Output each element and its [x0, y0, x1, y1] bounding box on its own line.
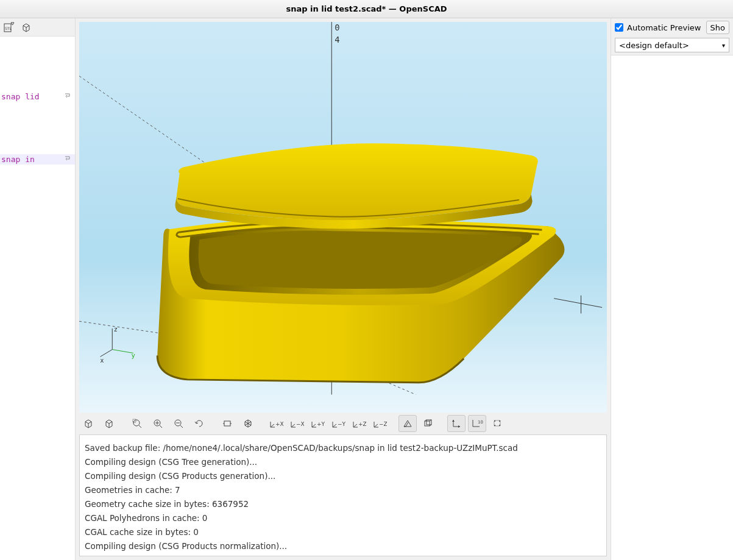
svg-line-36 — [291, 424, 295, 427]
axis-nz-icon[interactable]: −Z — [370, 415, 389, 432]
console-line: CGAL cache size in bytes: 0 — [85, 525, 601, 539]
wrap-indicator-icon — [64, 92, 71, 99]
button-label: Sho — [710, 23, 725, 32]
wrap-indicator-icon — [64, 155, 71, 162]
svg-line-25 — [180, 425, 183, 428]
svg-rect-54 — [425, 421, 430, 426]
svg-text:10: 10 — [478, 420, 483, 425]
svg-point-17 — [133, 420, 140, 426]
customizer-panel: Automatic Preview Sho <design default> ▾ — [611, 18, 733, 560]
window-title: snap in lid test2.scad* — OpenSCAD — [286, 4, 447, 13]
editor-panel: STL snap lid snap in — [0, 18, 76, 560]
code-token: snap in — [1, 155, 35, 164]
auto-preview-checkbox[interactable] — [615, 23, 623, 32]
axis-pz-icon[interactable]: +Z — [350, 415, 368, 432]
console-line: Saved backup file: /home/none4/.local/sh… — [85, 441, 601, 455]
viewport-toolbar: +X−X+Y−Y+Z−Z10 — [76, 413, 611, 434]
svg-line-13 — [101, 350, 113, 357]
auto-preview-label: Automatic Preview — [627, 23, 703, 32]
svg-text:+X: +X — [275, 421, 283, 427]
console-panel[interactable]: Saved backup file: /home/none4/.local/sh… — [79, 434, 607, 556]
svg-text:+Y: +Y — [317, 421, 325, 427]
window-titlebar: snap in lid test2.scad* — OpenSCAD — [0, 0, 733, 18]
axis-nx-icon[interactable]: −X — [288, 415, 306, 432]
console-line: Compiling design (CSG Products generatio… — [85, 469, 601, 483]
axis-px-icon[interactable]: +X — [267, 415, 285, 432]
svg-text:+Z: +Z — [358, 421, 366, 427]
svg-line-48 — [353, 424, 357, 427]
svg-text:x: x — [101, 357, 104, 364]
svg-line-18 — [139, 425, 141, 428]
rotate-icon[interactable] — [190, 415, 208, 432]
reset-view-icon[interactable] — [239, 415, 257, 432]
chevron-down-icon: ▾ — [722, 42, 725, 49]
orthogonal-icon[interactable] — [419, 415, 437, 432]
svg-text:0: 0 — [335, 23, 339, 32]
code-editor[interactable]: snap lid snap in — [0, 37, 75, 560]
preview-cube-icon[interactable] — [79, 415, 97, 432]
editor-toolbar: STL — [0, 18, 75, 37]
svg-text:−X: −X — [296, 421, 304, 427]
svg-text:−Z: −Z — [379, 421, 387, 427]
console-line: Compiling design (CSG Products normaliza… — [85, 539, 601, 553]
code-token: snap lid — [1, 92, 40, 101]
export-3d-icon[interactable] — [21, 22, 32, 33]
export-stl-icon[interactable]: STL — [4, 22, 15, 33]
3d-viewport[interactable]: 0 4 0 z y x — [79, 22, 607, 413]
svg-text:z: z — [114, 326, 117, 333]
show-scale-icon[interactable]: 10 — [468, 415, 486, 432]
zoom-in-icon[interactable] — [149, 415, 167, 432]
svg-line-40 — [312, 424, 316, 427]
customizer-header: Automatic Preview Sho — [611, 18, 733, 37]
perspective-icon[interactable] — [398, 415, 417, 432]
combo-value: <design default> — [619, 41, 689, 50]
zoom-out-icon[interactable] — [169, 415, 188, 432]
render-cube-icon[interactable] — [100, 415, 118, 432]
fit-icon[interactable] — [218, 415, 236, 432]
svg-line-52 — [374, 424, 378, 427]
console-line: Compiling design (CSG Tree generation)..… — [85, 455, 601, 469]
customizer-body — [611, 55, 733, 560]
console-line: Geometry cache size in bytes: 6367952 — [85, 497, 601, 511]
axis-ny-icon[interactable]: −Y — [329, 415, 347, 432]
svg-line-44 — [333, 424, 336, 427]
console-line: CGAL Polyhedrons in cache: 0 — [85, 511, 601, 525]
svg-line-6 — [554, 299, 602, 308]
preset-combobox[interactable]: <design default> ▾ — [615, 38, 729, 52]
svg-text:y: y — [132, 352, 135, 359]
show-details-button[interactable]: Sho — [706, 21, 729, 34]
svg-text:STL: STL — [5, 26, 12, 30]
console-line: Geometries in cache: 7 — [85, 483, 601, 497]
axis-py-icon[interactable]: +Y — [308, 415, 327, 432]
main-layout: STL snap lid snap in — [0, 18, 733, 560]
svg-line-12 — [112, 350, 133, 353]
svg-text:−Y: −Y — [338, 421, 345, 427]
svg-text:4: 4 — [335, 35, 339, 44]
svg-line-32 — [271, 424, 274, 427]
svg-rect-27 — [224, 421, 230, 426]
editor-line[interactable]: snap lid — [0, 91, 75, 102]
zoom-region-icon[interactable] — [128, 415, 146, 432]
center-column: 0 4 0 z y x — [76, 18, 611, 560]
editor-line[interactable]: snap in — [0, 154, 75, 165]
show-crosshair-icon[interactable] — [489, 415, 507, 432]
svg-line-21 — [160, 425, 162, 428]
show-axes-icon[interactable] — [447, 415, 466, 432]
